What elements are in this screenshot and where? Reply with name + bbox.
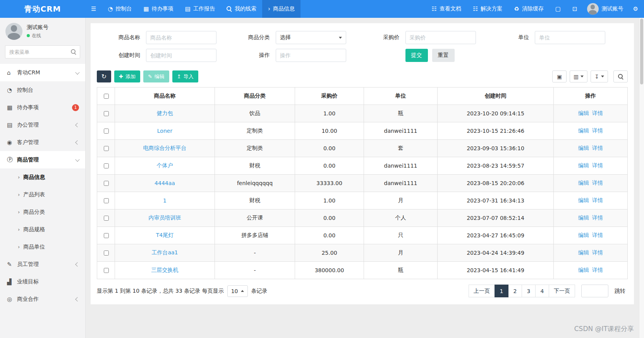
view-docs-link[interactable]: ☷ 查看文档 [426,0,467,18]
edit-link[interactable]: 编辑 [578,267,589,273]
product-name-link[interactable]: 个体户 [157,162,173,168]
detail-link[interactable]: 详情 [592,180,603,186]
user-menu[interactable]: 测试账号 [583,0,627,18]
edit-link[interactable]: 编辑 [578,197,589,203]
create-time-input[interactable] [146,49,216,62]
scrollbar[interactable] [639,18,644,338]
solutions-link[interactable]: ☷ 解决方案 [467,0,508,18]
product-name-link[interactable]: 4444aa [155,180,175,186]
sidebar-item-console[interactable]: ◔ 控制台 [0,81,85,99]
sidebar-item-product-info[interactable]: › 商品信息 [0,168,85,186]
detail-link[interactable]: 详情 [592,267,603,273]
edit-link[interactable]: 编辑 [578,249,589,256]
jump-button[interactable]: 跳转 [612,287,628,295]
sidebar-item-performance-target[interactable]: ▟ 业绩目标 [0,273,85,290]
detail-link[interactable]: 详情 [592,127,603,134]
page-number-button[interactable]: 1 [495,285,508,297]
refresh-button[interactable]: ↻ [97,70,111,82]
row-checkbox[interactable] [104,268,109,273]
edit-link[interactable]: 编辑 [578,110,589,116]
reset-button[interactable]: 重置 [432,49,455,62]
sidebar-toggle-button[interactable]: ☰ [85,0,102,18]
sidebar-item-product-category[interactable]: › 商品分类 [0,203,85,221]
detail-link[interactable]: 详情 [592,249,603,256]
fullscreen-button[interactable]: ⊡ [567,0,583,18]
sidebar-item-office-mgmt[interactable]: ▤ 办公管理 [0,116,85,134]
product-name-link[interactable]: 1 [163,197,167,204]
page-number-button[interactable]: 2 [508,285,522,297]
row-checkbox[interactable] [104,111,109,116]
edit-link[interactable]: 编辑 [578,162,589,168]
sidebar-item-product-list[interactable]: › 产品列表 [0,186,85,203]
page-number-button[interactable]: 3 [522,285,536,297]
column-header-price[interactable]: 采购价 [295,88,364,105]
sidebar-item-qingdong-crm[interactable]: ⌂ 青动CRM [0,64,85,81]
detail-link[interactable]: 详情 [592,145,603,151]
toggle-view-button[interactable]: ▣ [552,70,567,82]
columns-button[interactable]: ▥ [570,70,587,82]
file-button[interactable]: ▢ [550,0,567,18]
add-button[interactable]: ✚ 添加 [114,70,140,82]
product-name-link[interactable]: T4尾灯 [156,232,173,238]
product-name-link[interactable]: 三层交换机 [151,267,179,273]
scrollbar-thumb[interactable] [640,19,643,84]
edit-link[interactable]: 编辑 [578,232,589,238]
sidebar-item-business-coop[interactable]: ◎ 商业合作 [0,290,85,308]
settings-button[interactable]: ⚙ [627,0,644,18]
nav-item-product-info[interactable]: › 商品信息 [262,0,301,18]
detail-link[interactable]: 详情 [592,110,603,116]
edit-button[interactable]: ✎ 编辑 [143,70,169,82]
sidebar-item-product-unit[interactable]: › 商品单位 [0,238,85,256]
row-checkbox[interactable] [104,198,109,203]
app-logo[interactable]: 青动CRM [0,0,85,18]
submit-button[interactable]: 提交 [405,49,428,62]
sidebar-item-todo[interactable]: ▦ 待办事项 1 [0,99,85,116]
detail-link[interactable]: 详情 [592,162,603,168]
product-name-link[interactable]: 健力包 [157,110,173,116]
nav-item-my-leads[interactable]: 我的线索 [221,0,262,18]
page-number-button[interactable]: 4 [535,285,549,297]
row-checkbox[interactable] [104,146,109,151]
page-size-select[interactable]: 10 [227,285,248,297]
row-checkbox[interactable] [104,216,109,221]
sidebar-item-employee-mgmt[interactable]: ✎ 员工管理 [0,256,85,273]
clear-cache-link[interactable]: ♻ 清除缓存 [508,0,549,18]
category-select[interactable]: 选择 [276,31,346,44]
row-checkbox[interactable] [104,163,109,168]
column-header-name[interactable]: 商品名称 [115,88,215,105]
nav-item-console[interactable]: ◔ 控制台 [102,0,137,18]
select-all-checkbox[interactable] [104,94,109,99]
column-header-created[interactable]: 创建时间 [438,88,554,105]
nav-item-todo[interactable]: ▦ 待办事项 [138,0,179,18]
row-checkbox[interactable] [104,129,109,134]
detail-link[interactable]: 详情 [592,232,603,238]
operation-input[interactable] [276,49,346,62]
edit-link[interactable]: 编辑 [578,127,589,134]
column-header-unit[interactable]: 单位 [364,88,438,105]
nav-item-work-report[interactable]: ▤ 工作报告 [179,0,221,18]
column-header-category[interactable]: 商品分类 [215,88,295,105]
product-name-input[interactable] [146,31,216,44]
menu-search-input[interactable] [5,45,80,58]
product-name-link[interactable]: 工作台aa1 [151,249,178,256]
sidebar-item-product-spec[interactable]: › 商品规格 [0,221,85,238]
product-name-link[interactable]: 电商综合分析平台 [143,145,187,151]
sidebar-item-product-mgmt[interactable]: Ⓟ 商品管理 [0,151,85,168]
row-checkbox[interactable] [104,250,109,256]
row-checkbox[interactable] [104,181,109,186]
product-name-link[interactable]: Loner [157,128,172,134]
edit-link[interactable]: 编辑 [578,180,589,186]
unit-input[interactable] [535,31,605,44]
detail-link[interactable]: 详情 [592,214,603,221]
prev-page-button[interactable]: 上一页 [469,285,495,297]
jump-page-input[interactable] [581,285,608,297]
next-page-button[interactable]: 下一页 [549,285,575,297]
detail-link[interactable]: 详情 [592,197,603,203]
product-name-link[interactable]: 内审员培训班 [149,214,181,221]
edit-link[interactable]: 编辑 [578,145,589,151]
edit-link[interactable]: 编辑 [578,214,589,221]
import-button[interactable]: ↥ 导入 [172,70,198,82]
export-button[interactable]: ↧ [591,70,608,82]
row-checkbox[interactable] [104,233,109,238]
sidebar-item-customer-mgmt[interactable]: ◉ 客户管理 [0,134,85,151]
